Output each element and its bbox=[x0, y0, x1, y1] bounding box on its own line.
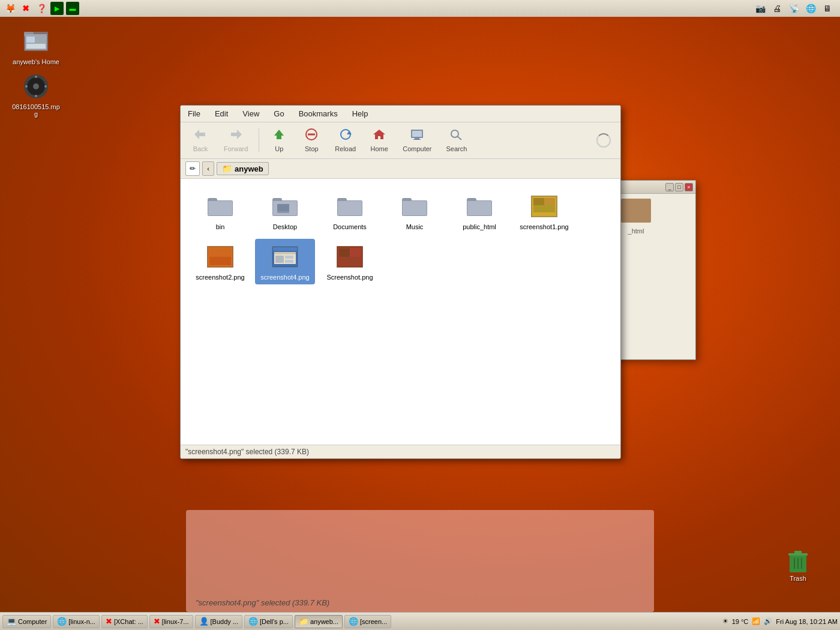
taskbar-computer[interactable]: 💻 Computer bbox=[2, 615, 51, 628]
top-panel-right-icons: 📷 🖨 📡 🌐 🖥 bbox=[754, 2, 840, 15]
svg-rect-27 bbox=[415, 138, 419, 139]
svg-point-7 bbox=[33, 83, 39, 89]
folder-desktop[interactable]: Desktop bbox=[255, 188, 315, 234]
svg-marker-19 bbox=[231, 130, 242, 139]
printer-icon[interactable]: 🖨 bbox=[770, 2, 784, 15]
folder-desktop-icon bbox=[271, 192, 299, 221]
folder-documents[interactable]: Documents bbox=[320, 188, 380, 234]
taskbar-anyweb-icon: 📁 bbox=[299, 617, 308, 626]
firefox-icon[interactable]: 🦊 bbox=[4, 2, 17, 15]
menu-edit[interactable]: Edit bbox=[212, 108, 230, 119]
folder-music[interactable]: Music bbox=[385, 188, 445, 234]
svg-rect-70 bbox=[339, 248, 350, 257]
volume-icon: 🔊 bbox=[764, 617, 772, 625]
svg-rect-37 bbox=[277, 204, 289, 211]
menu-bookmarks[interactable]: Bookmarks bbox=[296, 108, 340, 119]
toolbar-back-button[interactable]: Back bbox=[185, 126, 215, 155]
browser-icon[interactable]: 🌐 bbox=[804, 2, 817, 15]
video-icon-label: 0816100515.mpg bbox=[12, 103, 60, 118]
taskbar-xchat-icon: ✖ bbox=[106, 617, 112, 626]
video-desktop-icon[interactable]: 0816100515.mpg bbox=[12, 72, 60, 118]
taskbar-screen-icon: 🌐 bbox=[349, 617, 358, 626]
back-icon bbox=[193, 128, 208, 144]
taskbar-linux-7[interactable]: ✖ [linux-7... bbox=[149, 615, 193, 628]
file-screenshot1-icon bbox=[530, 192, 559, 221]
second-win-minimize[interactable]: _ bbox=[665, 183, 674, 191]
trash-desktop-icon[interactable]: Trash bbox=[774, 546, 822, 582]
network-icon[interactable]: 📡 bbox=[787, 2, 800, 15]
svg-rect-64 bbox=[275, 256, 284, 263]
svg-marker-20 bbox=[274, 130, 284, 139]
help-icon[interactable]: ❓ bbox=[35, 2, 48, 15]
folder-bin-icon bbox=[206, 192, 235, 221]
taskbar-xchat[interactable]: ✖ [XChat: ... bbox=[101, 615, 148, 628]
taskbar-dells-icon: 🌐 bbox=[248, 617, 258, 626]
folder-documents-label: Documents bbox=[333, 223, 367, 230]
svg-rect-47 bbox=[467, 201, 491, 215]
toolbar-computer-button[interactable]: Computer bbox=[397, 126, 437, 155]
location-path[interactable]: 📁 anyweb bbox=[217, 162, 269, 175]
file-screenshot4[interactable]: screenshot4.png bbox=[255, 239, 315, 284]
taskbar-linux-n[interactable]: 🌐 [linux-n... bbox=[53, 615, 100, 628]
menu-view[interactable]: View bbox=[240, 108, 262, 119]
taskbar-anyweb[interactable]: 📁 anyweb... bbox=[295, 615, 343, 628]
taskbar-screen-label: [screen... bbox=[360, 618, 387, 625]
svg-rect-61 bbox=[273, 247, 297, 251]
camera-icon[interactable]: 📷 bbox=[754, 2, 767, 15]
toolbar-reload-button[interactable]: Reload bbox=[329, 126, 362, 155]
top-panel: 🦊 ✖ ❓ ▶ ▬ 📷 🖨 📡 🌐 🖥 bbox=[0, 0, 840, 17]
svg-rect-38 bbox=[277, 211, 289, 213]
svg-rect-66 bbox=[285, 260, 293, 263]
file-screenshot-cap[interactable]: Screenshot.png bbox=[320, 239, 380, 284]
folder-documents-icon bbox=[335, 192, 364, 221]
location-back-button[interactable]: ‹ bbox=[202, 161, 214, 176]
file-screenshot-cap-icon bbox=[335, 242, 364, 271]
svg-rect-51 bbox=[533, 198, 544, 205]
svg-point-10 bbox=[25, 85, 28, 88]
terminal-icon[interactable]: ▶ bbox=[50, 2, 64, 15]
svg-marker-23 bbox=[347, 131, 352, 134]
close-icon[interactable]: ✖ bbox=[19, 2, 32, 15]
menubar: File Edit View Go Bookmarks Help bbox=[181, 106, 620, 122]
file-screenshot1[interactable]: screenshot1.png bbox=[514, 188, 574, 234]
terminal2-icon[interactable]: ▬ bbox=[66, 2, 79, 15]
taskbar-screen[interactable]: 🌐 [screen... bbox=[344, 615, 391, 628]
second-win-maximize[interactable]: □ bbox=[675, 183, 683, 191]
svg-point-11 bbox=[44, 85, 47, 88]
home-desktop-icon[interactable]: anyweb's Home bbox=[12, 27, 60, 65]
file-screenshot1-label: screenshot1.png bbox=[520, 223, 568, 230]
toolbar-home-button[interactable]: Home bbox=[364, 126, 394, 155]
menu-go[interactable]: Go bbox=[271, 108, 286, 119]
home-icon-label: anyweb's Home bbox=[13, 58, 59, 65]
second-win-close[interactable]: × bbox=[685, 183, 693, 191]
folder-bin[interactable]: bin bbox=[190, 188, 250, 234]
folder-public-html[interactable]: public_html bbox=[449, 188, 509, 234]
menu-file[interactable]: File bbox=[185, 108, 203, 119]
location-edit-button[interactable]: ✏ bbox=[185, 161, 200, 176]
folder-bin-label: bin bbox=[216, 223, 225, 230]
home-toolbar-icon bbox=[372, 128, 386, 144]
svg-rect-71 bbox=[350, 248, 361, 257]
file-area: bin Desktop bbox=[181, 179, 620, 445]
file-screenshot2[interactable]: screenshot2.png bbox=[190, 239, 250, 284]
pink-overlay-text: "screenshot4.png" selected (339.7 KB) bbox=[196, 598, 329, 607]
taskbar-dells[interactable]: 🌐 [Dell's p... bbox=[244, 615, 293, 628]
svg-rect-53 bbox=[533, 205, 555, 212]
taskbar-buddy[interactable]: 👤 [Buddy ... bbox=[195, 615, 242, 628]
menu-help[interactable]: Help bbox=[350, 108, 371, 119]
second-window-label: _html bbox=[628, 227, 644, 235]
taskbar-linux-n-icon: 🌐 bbox=[57, 617, 67, 626]
toolbar-forward-button[interactable]: Forward bbox=[218, 126, 254, 155]
toolbar-up-button[interactable]: Up bbox=[264, 126, 294, 155]
toolbar-stop-button[interactable]: Stop bbox=[296, 126, 326, 155]
file-screenshot4-icon bbox=[271, 242, 299, 271]
toolbar-search-button[interactable]: Search bbox=[440, 126, 473, 155]
svg-rect-52 bbox=[544, 198, 555, 205]
folder-desktop-label: Desktop bbox=[273, 223, 297, 230]
computer-toolbar-icon bbox=[410, 128, 424, 144]
location-folder-icon: 📁 bbox=[222, 164, 232, 173]
svg-rect-72 bbox=[339, 257, 361, 265]
svg-rect-26 bbox=[412, 131, 422, 137]
display-icon[interactable]: 🖥 bbox=[821, 2, 834, 15]
stop-icon bbox=[304, 128, 319, 144]
